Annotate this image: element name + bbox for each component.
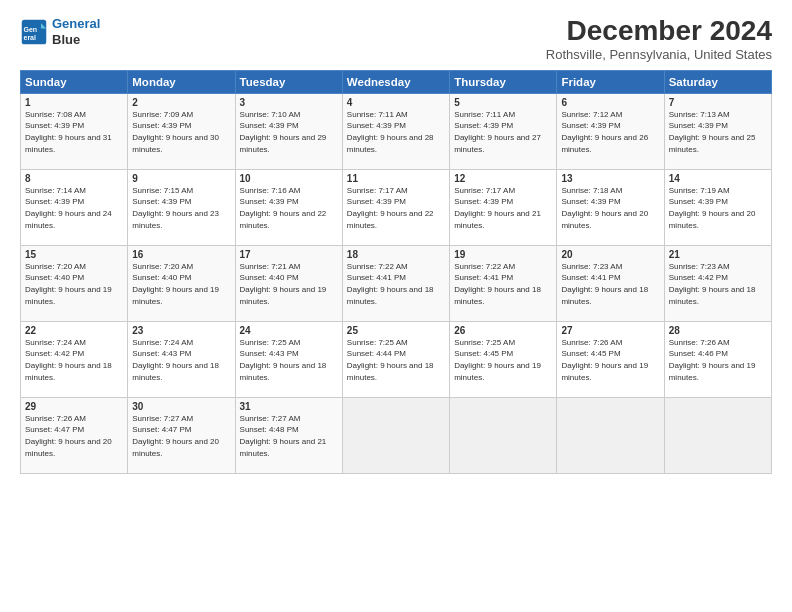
day-info: Sunrise: 7:10 AMSunset: 4:39 PMDaylight:… — [240, 110, 327, 154]
day-cell: 29Sunrise: 7:26 AMSunset: 4:47 PMDayligh… — [21, 397, 128, 473]
day-cell: 24Sunrise: 7:25 AMSunset: 4:43 PMDayligh… — [235, 321, 342, 397]
calendar-page: Gen eral General Blue December 2024 Roth… — [0, 0, 792, 612]
day-cell: 10Sunrise: 7:16 AMSunset: 4:39 PMDayligh… — [235, 169, 342, 245]
day-info: Sunrise: 7:26 AMSunset: 4:46 PMDaylight:… — [669, 338, 756, 382]
day-cell: 18Sunrise: 7:22 AMSunset: 4:41 PMDayligh… — [342, 245, 449, 321]
day-number: 23 — [132, 325, 230, 336]
day-number: 30 — [132, 401, 230, 412]
day-info: Sunrise: 7:24 AMSunset: 4:42 PMDaylight:… — [25, 338, 112, 382]
day-cell: 30Sunrise: 7:27 AMSunset: 4:47 PMDayligh… — [128, 397, 235, 473]
day-info: Sunrise: 7:22 AMSunset: 4:41 PMDaylight:… — [454, 262, 541, 306]
day-info: Sunrise: 7:23 AMSunset: 4:42 PMDaylight:… — [669, 262, 756, 306]
day-cell: 17Sunrise: 7:21 AMSunset: 4:40 PMDayligh… — [235, 245, 342, 321]
day-cell: 20Sunrise: 7:23 AMSunset: 4:41 PMDayligh… — [557, 245, 664, 321]
day-number: 14 — [669, 173, 767, 184]
week-row-5: 29Sunrise: 7:26 AMSunset: 4:47 PMDayligh… — [21, 397, 772, 473]
day-info: Sunrise: 7:20 AMSunset: 4:40 PMDaylight:… — [25, 262, 112, 306]
day-number: 31 — [240, 401, 338, 412]
day-cell: 5Sunrise: 7:11 AMSunset: 4:39 PMDaylight… — [450, 93, 557, 169]
day-info: Sunrise: 7:27 AMSunset: 4:48 PMDaylight:… — [240, 414, 327, 458]
day-cell: 21Sunrise: 7:23 AMSunset: 4:42 PMDayligh… — [664, 245, 771, 321]
day-info: Sunrise: 7:17 AMSunset: 4:39 PMDaylight:… — [347, 186, 434, 230]
day-cell: 6Sunrise: 7:12 AMSunset: 4:39 PMDaylight… — [557, 93, 664, 169]
calendar-title: December 2024 — [546, 16, 772, 47]
week-row-3: 15Sunrise: 7:20 AMSunset: 4:40 PMDayligh… — [21, 245, 772, 321]
day-number: 3 — [240, 97, 338, 108]
day-cell: 27Sunrise: 7:26 AMSunset: 4:45 PMDayligh… — [557, 321, 664, 397]
day-cell: 11Sunrise: 7:17 AMSunset: 4:39 PMDayligh… — [342, 169, 449, 245]
day-number: 4 — [347, 97, 445, 108]
day-cell: 19Sunrise: 7:22 AMSunset: 4:41 PMDayligh… — [450, 245, 557, 321]
logo-text: General Blue — [52, 16, 100, 47]
day-number: 24 — [240, 325, 338, 336]
title-block: December 2024 Rothsville, Pennsylvania, … — [546, 16, 772, 62]
day-cell: 1Sunrise: 7:08 AMSunset: 4:39 PMDaylight… — [21, 93, 128, 169]
day-info: Sunrise: 7:17 AMSunset: 4:39 PMDaylight:… — [454, 186, 541, 230]
logo-icon: Gen eral — [20, 18, 48, 46]
day-info: Sunrise: 7:12 AMSunset: 4:39 PMDaylight:… — [561, 110, 648, 154]
day-number: 12 — [454, 173, 552, 184]
header-thursday: Thursday — [450, 70, 557, 93]
day-number: 18 — [347, 249, 445, 260]
day-number: 19 — [454, 249, 552, 260]
day-number: 8 — [25, 173, 123, 184]
logo: Gen eral General Blue — [20, 16, 100, 47]
day-info: Sunrise: 7:20 AMSunset: 4:40 PMDaylight:… — [132, 262, 219, 306]
day-info: Sunrise: 7:11 AMSunset: 4:39 PMDaylight:… — [347, 110, 434, 154]
day-cell: 25Sunrise: 7:25 AMSunset: 4:44 PMDayligh… — [342, 321, 449, 397]
header-saturday: Saturday — [664, 70, 771, 93]
day-number: 13 — [561, 173, 659, 184]
day-cell: 14Sunrise: 7:19 AMSunset: 4:39 PMDayligh… — [664, 169, 771, 245]
day-cell — [450, 397, 557, 473]
day-number: 22 — [25, 325, 123, 336]
calendar-table: SundayMondayTuesdayWednesdayThursdayFrid… — [20, 70, 772, 474]
logo-line1: General — [52, 16, 100, 31]
day-info: Sunrise: 7:25 AMSunset: 4:44 PMDaylight:… — [347, 338, 434, 382]
day-cell: 2Sunrise: 7:09 AMSunset: 4:39 PMDaylight… — [128, 93, 235, 169]
day-number: 28 — [669, 325, 767, 336]
day-number: 11 — [347, 173, 445, 184]
day-cell: 15Sunrise: 7:20 AMSunset: 4:40 PMDayligh… — [21, 245, 128, 321]
day-info: Sunrise: 7:18 AMSunset: 4:39 PMDaylight:… — [561, 186, 648, 230]
day-info: Sunrise: 7:21 AMSunset: 4:40 PMDaylight:… — [240, 262, 327, 306]
day-number: 15 — [25, 249, 123, 260]
day-info: Sunrise: 7:09 AMSunset: 4:39 PMDaylight:… — [132, 110, 219, 154]
day-cell: 12Sunrise: 7:17 AMSunset: 4:39 PMDayligh… — [450, 169, 557, 245]
day-info: Sunrise: 7:15 AMSunset: 4:39 PMDaylight:… — [132, 186, 219, 230]
day-cell: 3Sunrise: 7:10 AMSunset: 4:39 PMDaylight… — [235, 93, 342, 169]
day-cell — [664, 397, 771, 473]
header: Gen eral General Blue December 2024 Roth… — [20, 16, 772, 62]
day-number: 29 — [25, 401, 123, 412]
day-cell — [342, 397, 449, 473]
day-cell: 7Sunrise: 7:13 AMSunset: 4:39 PMDaylight… — [664, 93, 771, 169]
day-cell: 13Sunrise: 7:18 AMSunset: 4:39 PMDayligh… — [557, 169, 664, 245]
day-cell: 9Sunrise: 7:15 AMSunset: 4:39 PMDaylight… — [128, 169, 235, 245]
day-cell: 16Sunrise: 7:20 AMSunset: 4:40 PMDayligh… — [128, 245, 235, 321]
day-number: 10 — [240, 173, 338, 184]
header-row: SundayMondayTuesdayWednesdayThursdayFrid… — [21, 70, 772, 93]
day-info: Sunrise: 7:23 AMSunset: 4:41 PMDaylight:… — [561, 262, 648, 306]
day-cell: 22Sunrise: 7:24 AMSunset: 4:42 PMDayligh… — [21, 321, 128, 397]
day-info: Sunrise: 7:26 AMSunset: 4:45 PMDaylight:… — [561, 338, 648, 382]
header-tuesday: Tuesday — [235, 70, 342, 93]
day-cell: 26Sunrise: 7:25 AMSunset: 4:45 PMDayligh… — [450, 321, 557, 397]
day-info: Sunrise: 7:16 AMSunset: 4:39 PMDaylight:… — [240, 186, 327, 230]
week-row-1: 1Sunrise: 7:08 AMSunset: 4:39 PMDaylight… — [21, 93, 772, 169]
day-cell: 31Sunrise: 7:27 AMSunset: 4:48 PMDayligh… — [235, 397, 342, 473]
day-number: 6 — [561, 97, 659, 108]
week-row-4: 22Sunrise: 7:24 AMSunset: 4:42 PMDayligh… — [21, 321, 772, 397]
day-info: Sunrise: 7:25 AMSunset: 4:45 PMDaylight:… — [454, 338, 541, 382]
week-row-2: 8Sunrise: 7:14 AMSunset: 4:39 PMDaylight… — [21, 169, 772, 245]
day-number: 21 — [669, 249, 767, 260]
day-number: 27 — [561, 325, 659, 336]
day-number: 2 — [132, 97, 230, 108]
day-info: Sunrise: 7:27 AMSunset: 4:47 PMDaylight:… — [132, 414, 219, 458]
svg-text:Gen: Gen — [24, 26, 38, 33]
day-info: Sunrise: 7:26 AMSunset: 4:47 PMDaylight:… — [25, 414, 112, 458]
day-info: Sunrise: 7:08 AMSunset: 4:39 PMDaylight:… — [25, 110, 112, 154]
day-cell — [557, 397, 664, 473]
day-cell: 4Sunrise: 7:11 AMSunset: 4:39 PMDaylight… — [342, 93, 449, 169]
day-info: Sunrise: 7:25 AMSunset: 4:43 PMDaylight:… — [240, 338, 327, 382]
day-number: 7 — [669, 97, 767, 108]
day-info: Sunrise: 7:11 AMSunset: 4:39 PMDaylight:… — [454, 110, 541, 154]
